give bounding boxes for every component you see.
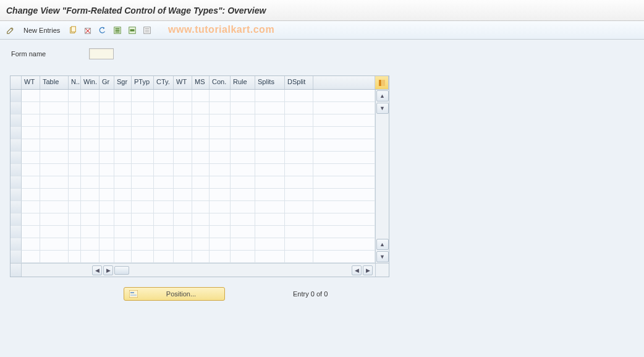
grid-cell[interactable] (100, 90, 114, 102)
grid-cell[interactable] (192, 176, 210, 189)
grid-cell[interactable] (114, 90, 132, 102)
grid-cell[interactable] (22, 251, 40, 263)
grid-cell[interactable] (255, 102, 285, 114)
grid-cell[interactable] (40, 189, 69, 201)
row-selector-handle[interactable] (11, 251, 22, 263)
grid-cell[interactable] (174, 189, 192, 201)
grid-cell[interactable] (192, 226, 210, 238)
grid-cell[interactable] (81, 238, 100, 251)
grid-cell[interactable] (192, 213, 210, 226)
grid-cell[interactable] (192, 114, 210, 127)
grid-cell[interactable] (81, 114, 100, 127)
grid-cell[interactable] (192, 139, 210, 152)
grid-cell[interactable] (100, 176, 114, 189)
grid-cell[interactable] (81, 176, 100, 189)
grid-cell[interactable] (231, 139, 255, 152)
grid-cell[interactable] (132, 139, 154, 152)
grid-cell[interactable] (22, 238, 40, 251)
grid-cell[interactable] (210, 152, 231, 164)
grid-cell[interactable] (69, 238, 81, 251)
grid-cell[interactable] (132, 152, 154, 164)
grid-cell[interactable] (154, 213, 174, 226)
grid-cell[interactable] (81, 189, 100, 201)
grid-cell[interactable] (81, 164, 100, 176)
grid-cell[interactable] (132, 251, 154, 263)
grid-cell[interactable] (255, 176, 285, 189)
grid-cell[interactable] (174, 176, 192, 189)
horizontal-scrollbar[interactable]: ◀ ▶ ◀ ▶ (22, 264, 375, 277)
grid-cell[interactable] (255, 127, 285, 139)
grid-cell[interactable] (132, 213, 154, 226)
grid-cell[interactable] (132, 114, 154, 127)
grid-cell[interactable] (210, 213, 231, 226)
grid-cell[interactable] (81, 102, 100, 114)
grid-cell[interactable] (81, 127, 100, 139)
grid-cell[interactable] (81, 139, 100, 152)
grid-cell[interactable] (174, 251, 192, 263)
scroll-page-up-button[interactable]: ▼ (376, 103, 389, 114)
grid-cell[interactable] (69, 114, 81, 127)
grid-cell[interactable] (154, 189, 174, 201)
grid-cell[interactable] (210, 226, 231, 238)
grid-cell[interactable] (231, 251, 255, 263)
grid-cell[interactable] (210, 127, 231, 139)
grid-cell[interactable] (154, 251, 174, 263)
col-header-wt[interactable]: WT (22, 76, 40, 89)
grid-cell[interactable] (81, 226, 100, 238)
grid-cell[interactable] (231, 152, 255, 164)
col-header-gr[interactable]: Gr (100, 76, 114, 89)
grid-cell[interactable] (132, 102, 154, 114)
grid-cell[interactable] (100, 102, 114, 114)
grid-cell[interactable] (285, 189, 313, 201)
grid-cell[interactable] (40, 201, 69, 213)
grid-cell[interactable] (69, 102, 81, 114)
col-header-con[interactable]: Con. (210, 76, 231, 89)
grid-cell[interactable] (231, 90, 255, 102)
grid-settings-icon[interactable] (375, 76, 389, 89)
delete-icon[interactable] (82, 25, 93, 36)
row-selector-handle[interactable] (11, 102, 22, 114)
row-selector-handle[interactable] (11, 127, 22, 139)
grid-cell[interactable] (100, 213, 114, 226)
grid-cell[interactable] (192, 189, 210, 201)
col-header-rule[interactable]: Rule (231, 76, 255, 89)
scroll-right-button[interactable]: ▶ (103, 265, 113, 275)
select-block-icon[interactable] (127, 25, 138, 36)
grid-cell[interactable] (255, 201, 285, 213)
grid-cell[interactable] (174, 164, 192, 176)
grid-cell[interactable] (255, 152, 285, 164)
grid-cell[interactable] (69, 213, 81, 226)
grid-cell[interactable] (255, 114, 285, 127)
grid-cell[interactable] (69, 164, 81, 176)
col-header-ms[interactable]: MS (192, 76, 210, 89)
grid-cell[interactable] (174, 213, 192, 226)
scroll-right-end-button[interactable]: ▶ (363, 265, 373, 275)
grid-cell[interactable] (69, 152, 81, 164)
select-all-icon[interactable] (112, 25, 123, 36)
grid-cell[interactable] (285, 251, 313, 263)
grid-cell[interactable] (40, 176, 69, 189)
grid-cell[interactable] (22, 139, 40, 152)
grid-cell[interactable] (40, 127, 69, 139)
col-header-wt2[interactable]: WT (174, 76, 192, 89)
grid-cell[interactable] (81, 152, 100, 164)
grid-cell[interactable] (81, 201, 100, 213)
scroll-page-down-button[interactable]: ▲ (376, 239, 389, 250)
scroll-up-button[interactable]: ▲ (376, 90, 389, 101)
grid-cell[interactable] (285, 201, 313, 213)
grid-cell[interactable] (114, 164, 132, 176)
grid-cell[interactable] (22, 213, 40, 226)
grid-cell[interactable] (154, 114, 174, 127)
grid-cell[interactable] (22, 164, 40, 176)
grid-cell[interactable] (114, 152, 132, 164)
grid-cell[interactable] (285, 127, 313, 139)
form-name-input[interactable] (89, 48, 114, 59)
grid-cell[interactable] (285, 176, 313, 189)
grid-cell[interactable] (132, 164, 154, 176)
grid-cell[interactable] (69, 90, 81, 102)
grid-cell[interactable] (192, 251, 210, 263)
grid-cell[interactable] (100, 114, 114, 127)
grid-cell[interactable] (174, 102, 192, 114)
grid-cell[interactable] (40, 226, 69, 238)
grid-cell[interactable] (210, 189, 231, 201)
